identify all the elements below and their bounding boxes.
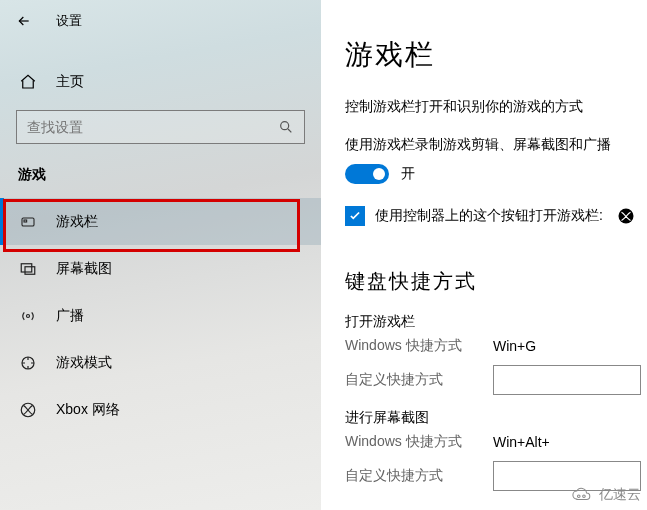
toggle-knob (373, 168, 385, 180)
svg-point-9 (577, 495, 580, 498)
custom-shortcut-input-open[interactable] (493, 365, 641, 395)
cloud-icon (569, 487, 595, 503)
broadcast-icon (18, 307, 38, 325)
page-title: 游戏栏 (345, 36, 647, 74)
watermark-text: 亿速云 (599, 486, 641, 504)
custom-shortcut-label-2: 自定义快捷方式 (345, 467, 493, 485)
shortcut-row-screenshot: Windows 快捷方式 Win+Alt+ (345, 433, 647, 451)
controller-check-row: 使用控制器上的这个按钮打开游戏栏: (345, 206, 647, 226)
svg-point-5 (27, 314, 30, 317)
xbox-logo-icon (617, 207, 635, 225)
nav-list: 游戏栏 屏幕截图 广播 游戏模式 Xbox 网络 (0, 198, 321, 433)
win-shortcut-label-2: Windows 快捷方式 (345, 433, 493, 451)
watermark: 亿速云 (569, 486, 641, 504)
search-icon (278, 119, 294, 135)
open-gamebar-title: 打开游戏栏 (345, 313, 647, 331)
toggle-row: 开 (345, 164, 647, 184)
sidebar-item-label: 广播 (56, 307, 84, 325)
home-label: 主页 (56, 73, 84, 91)
back-button[interactable] (14, 11, 34, 31)
screenshot-title: 进行屏幕截图 (345, 409, 647, 427)
controller-label: 使用控制器上的这个按钮打开游戏栏: (375, 207, 603, 225)
toggle-label: 开 (401, 165, 415, 183)
win-shortcut-value-2: Win+Alt+ (493, 434, 550, 450)
category-label: 游戏 (0, 144, 321, 188)
win-shortcut-value: Win+G (493, 338, 536, 354)
search-input[interactable] (27, 119, 278, 135)
gamebar-toggle[interactable] (345, 164, 389, 184)
sidebar-item-gamebar[interactable]: 游戏栏 (0, 198, 321, 245)
home-icon (18, 72, 38, 92)
shortcut-row-open: Windows 快捷方式 Win+G (345, 337, 647, 355)
sidebar-home[interactable]: 主页 (0, 60, 321, 104)
search-box[interactable] (16, 110, 305, 144)
controller-checkbox[interactable] (345, 206, 365, 226)
gamemode-icon (18, 354, 38, 372)
shortcuts-heading: 键盘快捷方式 (345, 268, 647, 295)
shortcut-row-open-custom: 自定义快捷方式 (345, 365, 647, 395)
svg-point-0 (281, 122, 289, 130)
sidebar-item-screenshot[interactable]: 屏幕截图 (0, 245, 321, 292)
svg-rect-2 (24, 220, 27, 222)
win-shortcut-label: Windows 快捷方式 (345, 337, 493, 355)
svg-point-10 (583, 495, 586, 498)
sidebar-item-xbox[interactable]: Xbox 网络 (0, 386, 321, 433)
gamebar-icon (18, 213, 38, 231)
record-option-text: 使用游戏栏录制游戏剪辑、屏幕截图和广播 (345, 136, 647, 154)
description-text: 控制游戏栏打开和识别你的游戏的方式 (345, 98, 647, 116)
sidebar-item-label: Xbox 网络 (56, 401, 120, 419)
sidebar-item-label: 屏幕截图 (56, 260, 112, 278)
xbox-icon (18, 401, 38, 419)
sidebar-item-broadcast[interactable]: 广播 (0, 292, 321, 339)
sidebar-item-gamemode[interactable]: 游戏模式 (0, 339, 321, 386)
arrow-left-icon (16, 13, 32, 29)
sidebar-item-label: 游戏栏 (56, 213, 98, 231)
sidebar: 设置 主页 游戏 游戏栏 屏幕截图 (0, 0, 321, 510)
screenshot-icon (18, 260, 38, 278)
custom-shortcut-label: 自定义快捷方式 (345, 371, 493, 389)
sidebar-item-label: 游戏模式 (56, 354, 112, 372)
main-panel: 游戏栏 控制游戏栏打开和识别你的游戏的方式 使用游戏栏录制游戏剪辑、屏幕截图和广… (321, 0, 647, 510)
search-wrap (0, 110, 321, 144)
sidebar-header: 设置 (0, 0, 321, 42)
settings-title: 设置 (56, 12, 82, 30)
svg-rect-3 (21, 263, 32, 271)
svg-rect-4 (25, 266, 35, 274)
